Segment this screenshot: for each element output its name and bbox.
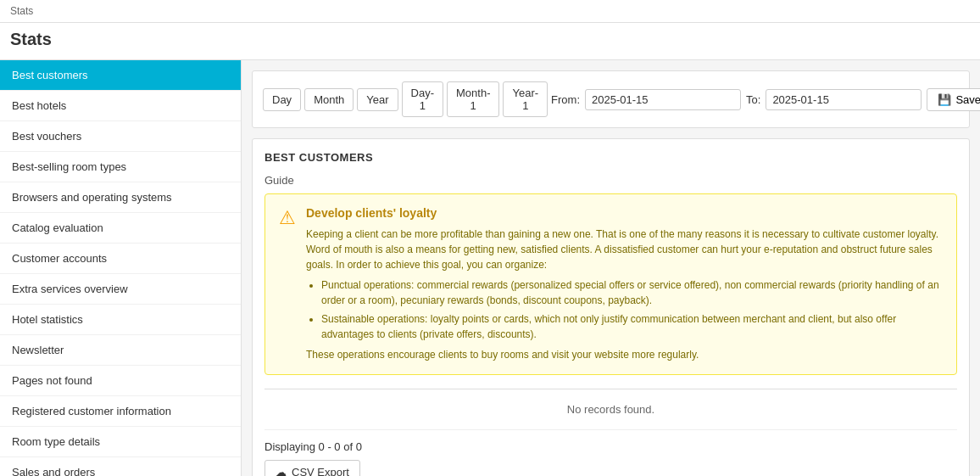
from-label: From: [551,93,580,106]
save-label: Save [955,93,980,106]
sidebar-item-hotel-statistics[interactable]: Hotel statistics [0,305,241,335]
sidebar-item-best-customers[interactable]: Best customers [0,60,241,91]
filter-btn-day[interactable]: Day [263,88,301,111]
info-box: ⚠ Develop clients' loyalty Keeping a cli… [264,193,957,375]
pagination-area: Displaying 0 - 0 of 0 ☁ CSV Export [264,440,957,476]
csv-export-label: CSV Export [292,466,349,476]
sidebar: Best customersBest hotelsBest vouchersBe… [0,60,242,476]
sidebar-item-best-selling-room-types[interactable]: Best-selling room types [0,152,241,182]
filter-btn-month-1[interactable]: Month-1 [447,81,499,117]
info-title: Develop clients' loyalty [306,206,943,220]
info-text: Keeping a client can be more profitable … [306,227,943,362]
filter-btn-day-1[interactable]: Day-1 [402,81,443,117]
sidebar-item-newsletter[interactable]: Newsletter [0,335,241,366]
sidebar-item-room-type-details[interactable]: Room type details [0,427,241,457]
sidebar-item-best-vouchers[interactable]: Best vouchers [0,121,241,152]
sidebar-item-browsers-and-operating-systems[interactable]: Browsers and operating systems [0,182,241,213]
info-content: Develop clients' loyalty Keeping a clien… [306,206,943,362]
displaying-count: Displaying 0 - 0 of 0 [264,440,957,453]
info-body-1: Keeping a client can be more profitable … [306,228,938,271]
breadcrumb: Stats [0,0,980,23]
sidebar-item-sales-and-orders[interactable]: Sales and orders [0,457,241,476]
guide-label: Guide [264,174,957,187]
main-panel: BEST CUSTOMERS Guide ⚠ Develop clients' … [252,138,970,476]
info-body-2: These operations encourage clients to bu… [306,349,699,361]
sidebar-item-registered-customer-information[interactable]: Registered customer information [0,396,241,427]
to-label: To: [746,93,760,106]
csv-export-button[interactable]: ☁ CSV Export [264,460,360,476]
no-records-cell: No records found. [264,389,957,430]
customers-table: No records found. [264,389,957,430]
info-bullet-1: Punctual operations: commercial rewards … [321,277,943,308]
content-area: DayMonthYearDay-1Month-1Year-1 From: To:… [242,60,980,476]
sidebar-item-pages-not-found[interactable]: Pages not found [0,366,241,396]
page-title: Stats [0,23,980,60]
warning-icon: ⚠ [279,207,296,362]
sidebar-item-best-hotels[interactable]: Best hotels [0,91,241,121]
filter-bar: DayMonthYearDay-1Month-1Year-1 From: To:… [252,70,970,128]
floppy-icon: 💾 [938,93,951,106]
table-wrapper: No records found. [264,389,957,430]
to-date-input[interactable] [766,89,922,110]
panel-title: BEST CUSTOMERS [264,151,957,164]
filter-btn-year-1[interactable]: Year-1 [503,81,548,117]
no-records-row: No records found. [264,389,957,430]
cloud-icon: ☁ [276,466,287,476]
sidebar-item-customer-accounts[interactable]: Customer accounts [0,244,241,274]
filter-right: From: To: 💾 Save [551,88,980,111]
save-button[interactable]: 💾 Save [927,88,980,111]
info-bullet-2: Sustainable operations: loyalty points o… [321,311,943,342]
sidebar-item-extra-services-overview[interactable]: Extra services overview [0,274,241,305]
filter-btn-month[interactable]: Month [304,88,354,111]
from-date-input[interactable] [585,89,741,110]
sidebar-item-catalog-evaluation[interactable]: Catalog evaluation [0,213,241,244]
filter-btn-year[interactable]: Year [357,88,398,111]
